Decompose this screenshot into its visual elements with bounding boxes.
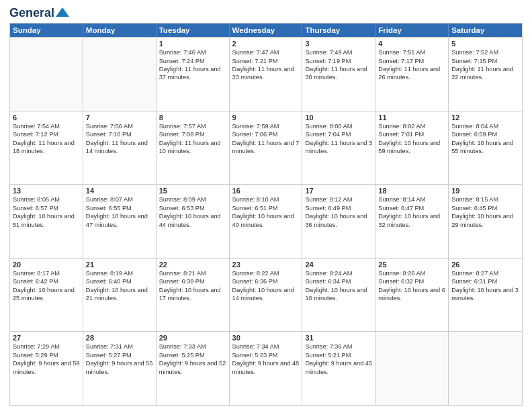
sunrise-text: Sunrise: 8:15 AM — [451, 195, 519, 203]
sunrise-text: Sunrise: 8:22 AM — [232, 269, 300, 277]
day-cell-26: 26Sunrise: 8:27 AMSunset: 6:31 PMDayligh… — [449, 259, 522, 332]
sunset-text: Sunset: 6:31 PM — [451, 277, 519, 285]
daylight-text: Daylight: 11 hours and 14 minutes. — [86, 139, 153, 156]
day-cell-21: 21Sunrise: 8:19 AMSunset: 6:40 PMDayligh… — [83, 259, 157, 332]
sunrise-text: Sunrise: 7:59 AM — [232, 122, 300, 130]
day-number: 19 — [451, 187, 519, 195]
sunrise-text: Sunrise: 8:27 AM — [451, 269, 519, 277]
sunset-text: Sunset: 5:27 PM — [86, 351, 153, 359]
day-cell-5: 5Sunrise: 7:52 AMSunset: 7:15 PMDaylight… — [449, 38, 522, 111]
sunset-text: Sunset: 6:57 PM — [13, 204, 80, 212]
sunrise-text: Sunrise: 7:57 AM — [159, 122, 226, 130]
day-cell-20: 20Sunrise: 8:17 AMSunset: 6:42 PMDayligh… — [10, 259, 83, 332]
day-number: 8 — [159, 113, 226, 122]
day-cell-22: 22Sunrise: 8:21 AMSunset: 6:38 PMDayligh… — [157, 259, 230, 332]
sunset-text: Sunset: 6:51 PM — [232, 204, 300, 212]
header: General — [9, 7, 523, 19]
sunset-text: Sunset: 6:40 PM — [86, 277, 153, 285]
calendar-row-1: 1Sunrise: 7:46 AMSunset: 7:24 PMDaylight… — [10, 37, 522, 111]
sunrise-text: Sunrise: 7:33 AM — [159, 342, 226, 351]
daylight-text: Daylight: 11 hours and 7 minutes. — [232, 139, 300, 156]
sunset-text: Sunset: 5:21 PM — [305, 351, 372, 359]
day-cell-10: 10Sunrise: 8:00 AMSunset: 7:04 PMDayligh… — [302, 111, 375, 185]
day-number: 15 — [159, 187, 226, 195]
day-number: 10 — [305, 113, 372, 122]
sunset-text: Sunset: 7:04 PM — [305, 130, 372, 138]
weekday-header-thursday: Thursday — [302, 24, 375, 37]
sunset-text: Sunset: 7:10 PM — [86, 130, 153, 138]
daylight-text: Daylight: 10 hours and 36 minutes. — [305, 212, 372, 229]
sunset-text: Sunset: 7:06 PM — [232, 130, 300, 138]
day-cell-2: 2Sunrise: 7:47 AMSunset: 7:21 PMDaylight… — [230, 38, 303, 111]
daylight-text: Daylight: 10 hours and 29 minutes. — [451, 212, 519, 229]
sunrise-text: Sunrise: 7:31 AM — [86, 342, 153, 351]
daylight-text: Daylight: 10 hours and 59 minutes. — [378, 139, 445, 156]
day-number: 4 — [378, 40, 445, 48]
daylight-text: Daylight: 10 hours and 6 minutes. — [378, 286, 445, 303]
page: General SundayMondayTuesdayWednesdayThur… — [0, 0, 532, 411]
logo-icon — [56, 7, 69, 20]
day-number: 9 — [232, 113, 300, 122]
daylight-text: Daylight: 10 hours and 47 minutes. — [86, 212, 153, 229]
day-number: 7 — [86, 113, 153, 122]
day-number: 12 — [451, 113, 519, 122]
day-cell-6: 6Sunrise: 7:54 AMSunset: 7:12 PMDaylight… — [10, 111, 83, 185]
daylight-text: Daylight: 9 hours and 52 minutes. — [159, 359, 226, 376]
empty-cell — [449, 332, 522, 405]
sunrise-text: Sunrise: 7:54 AM — [13, 122, 80, 130]
day-number: 30 — [232, 334, 300, 342]
day-number: 1 — [159, 40, 226, 48]
day-number: 5 — [451, 40, 519, 48]
day-cell-14: 14Sunrise: 8:07 AMSunset: 6:55 PMDayligh… — [83, 185, 157, 258]
day-cell-27: 27Sunrise: 7:29 AMSunset: 5:29 PMDayligh… — [10, 332, 83, 405]
day-cell-29: 29Sunrise: 7:33 AMSunset: 5:25 PMDayligh… — [157, 332, 230, 405]
svg-marker-0 — [56, 7, 69, 17]
sunrise-text: Sunrise: 7:51 AM — [378, 48, 445, 56]
daylight-text: Daylight: 10 hours and 40 minutes. — [232, 212, 300, 229]
sunrise-text: Sunrise: 8:09 AM — [159, 195, 226, 203]
daylight-text: Daylight: 11 hours and 26 minutes. — [378, 65, 445, 82]
sunrise-text: Sunrise: 7:52 AM — [451, 48, 519, 56]
sunrise-text: Sunrise: 8:14 AM — [378, 195, 445, 203]
sunset-text: Sunset: 7:24 PM — [159, 57, 226, 65]
day-cell-25: 25Sunrise: 8:26 AMSunset: 6:32 PMDayligh… — [375, 259, 449, 332]
day-cell-30: 30Sunrise: 7:34 AMSunset: 5:23 PMDayligh… — [230, 332, 303, 405]
daylight-text: Daylight: 11 hours and 3 minutes. — [305, 139, 372, 156]
sunrise-text: Sunrise: 7:29 AM — [13, 342, 80, 351]
sunrise-text: Sunrise: 8:04 AM — [451, 122, 519, 130]
daylight-text: Daylight: 11 hours and 37 minutes. — [159, 65, 226, 82]
sunset-text: Sunset: 7:01 PM — [378, 130, 445, 138]
day-cell-28: 28Sunrise: 7:31 AMSunset: 5:27 PMDayligh… — [83, 332, 157, 405]
sunrise-text: Sunrise: 8:21 AM — [159, 269, 226, 277]
sunrise-text: Sunrise: 8:07 AM — [86, 195, 153, 203]
weekday-header-tuesday: Tuesday — [157, 24, 230, 37]
logo-general: General — [9, 6, 54, 19]
day-number: 31 — [305, 334, 372, 342]
day-cell-19: 19Sunrise: 8:15 AMSunset: 6:45 PMDayligh… — [449, 185, 522, 258]
day-cell-31: 31Sunrise: 7:36 AMSunset: 5:21 PMDayligh… — [302, 332, 375, 405]
sunset-text: Sunset: 5:25 PM — [159, 351, 226, 359]
day-cell-11: 11Sunrise: 8:02 AMSunset: 7:01 PMDayligh… — [375, 111, 449, 185]
sunset-text: Sunset: 6:36 PM — [232, 277, 300, 285]
day-number: 17 — [305, 187, 372, 195]
sunset-text: Sunset: 7:19 PM — [305, 57, 372, 65]
daylight-text: Daylight: 10 hours and 3 minutes. — [451, 286, 519, 303]
daylight-text: Daylight: 11 hours and 22 minutes. — [451, 65, 519, 82]
sunset-text: Sunset: 6:47 PM — [378, 204, 445, 212]
empty-cell — [10, 38, 83, 111]
sunrise-text: Sunrise: 7:47 AM — [232, 48, 300, 56]
day-number: 21 — [86, 261, 153, 269]
daylight-text: Daylight: 9 hours and 59 minutes. — [13, 359, 80, 376]
sunrise-text: Sunrise: 8:24 AM — [305, 269, 372, 277]
day-number: 6 — [13, 113, 80, 122]
sunset-text: Sunset: 7:15 PM — [451, 57, 519, 65]
day-cell-8: 8Sunrise: 7:57 AMSunset: 7:08 PMDaylight… — [157, 111, 230, 185]
sunset-text: Sunset: 7:21 PM — [232, 57, 300, 65]
calendar-header: SundayMondayTuesdayWednesdayThursdayFrid… — [10, 24, 522, 37]
daylight-text: Daylight: 11 hours and 10 minutes. — [159, 139, 226, 156]
day-cell-13: 13Sunrise: 8:05 AMSunset: 6:57 PMDayligh… — [10, 185, 83, 258]
sunset-text: Sunset: 6:55 PM — [86, 204, 153, 212]
calendar-row-3: 13Sunrise: 8:05 AMSunset: 6:57 PMDayligh… — [10, 184, 522, 258]
day-number: 16 — [232, 187, 300, 195]
daylight-text: Daylight: 10 hours and 17 minutes. — [159, 286, 226, 303]
